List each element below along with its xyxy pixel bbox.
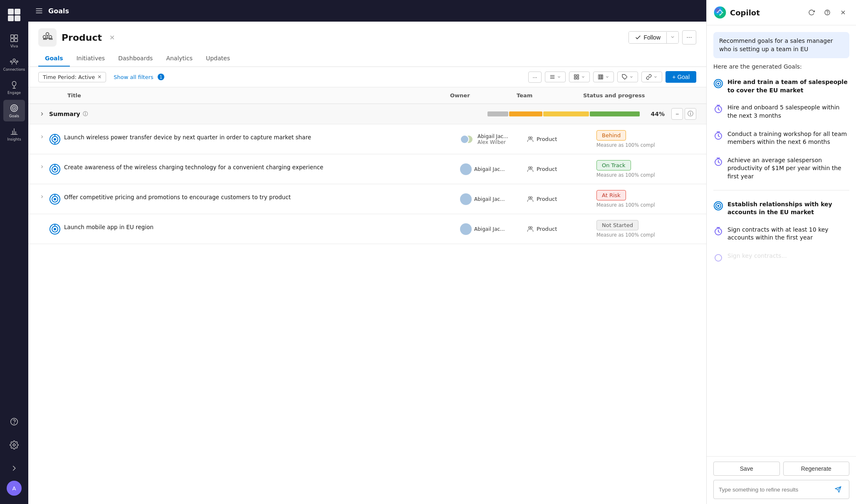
goal-target-icon bbox=[49, 163, 61, 175]
svg-rect-31 bbox=[600, 75, 601, 79]
svg-point-43 bbox=[54, 168, 56, 170]
show-filters-button[interactable]: Show all filters 1 bbox=[109, 72, 168, 82]
sidebar-item-insights[interactable]: Insights bbox=[3, 123, 25, 145]
owner-name: Abigail Jac... bbox=[474, 166, 505, 172]
svg-point-66 bbox=[717, 83, 720, 85]
goal-title[interactable]: Offer competitive pricing and promotions… bbox=[64, 193, 291, 201]
follow-button-dropdown[interactable] bbox=[666, 32, 678, 43]
tab-dashboards[interactable]: Dashboards bbox=[111, 51, 159, 67]
show-filters-label: Show all filters bbox=[114, 74, 153, 80]
link-view-icon bbox=[646, 74, 652, 80]
goal-title[interactable]: Launch mobile app in EU region bbox=[64, 223, 153, 231]
link-view-button[interactable] bbox=[641, 72, 662, 82]
status-badge: On Track bbox=[596, 160, 631, 170]
team-cell: Product bbox=[523, 192, 590, 206]
tab-initiatives[interactable]: Initiatives bbox=[70, 51, 111, 67]
copilot-refine-input[interactable] bbox=[719, 487, 829, 493]
tab-updates[interactable]: Updates bbox=[199, 51, 237, 67]
team-cell: Product bbox=[523, 222, 590, 236]
svg-point-8 bbox=[13, 59, 15, 61]
progress-bars bbox=[487, 111, 640, 116]
svg-rect-1 bbox=[15, 9, 20, 15]
svg-point-49 bbox=[54, 198, 56, 200]
add-goal-button[interactable]: + Goal bbox=[666, 71, 696, 83]
copilot-refresh-button[interactable] bbox=[805, 6, 818, 19]
row-expand-icon[interactable] bbox=[38, 193, 46, 199]
sidebar-item-expand[interactable] bbox=[3, 457, 25, 479]
summary-expand-icon[interactable] bbox=[38, 110, 46, 118]
svg-rect-5 bbox=[15, 35, 17, 37]
table-row: Launch wireless power transfer device by… bbox=[28, 124, 706, 154]
page-icon bbox=[38, 28, 57, 47]
copilot-panel: Copilot bbox=[706, 0, 856, 504]
copilot-footer-actions: Save Regenerate bbox=[713, 462, 849, 476]
sidebar-item-settings[interactable] bbox=[3, 434, 25, 456]
col-title: Title bbox=[38, 91, 447, 100]
page-title: Product bbox=[62, 32, 102, 43]
svg-point-51 bbox=[529, 197, 531, 199]
time-period-filter[interactable]: Time Period: Active ✕ bbox=[38, 72, 106, 82]
more-options-button[interactable]: ··· bbox=[682, 30, 696, 44]
sidebar-item-viva[interactable]: Viva bbox=[3, 30, 25, 52]
owner-avatar-multi bbox=[460, 133, 475, 145]
owner-name-2: Alex Wilber bbox=[477, 139, 508, 145]
measure-text: Measure as 100% compl bbox=[596, 202, 700, 208]
page-title-area: Product ✕ bbox=[38, 28, 115, 47]
toolbar-more-button[interactable]: ··· bbox=[528, 72, 542, 83]
list-view-icon bbox=[549, 74, 555, 80]
tab-goals[interactable]: Goals bbox=[38, 51, 70, 67]
follow-button-main[interactable]: Follow bbox=[629, 32, 666, 43]
sidebar-item-help[interactable] bbox=[3, 411, 25, 432]
svg-line-69 bbox=[718, 109, 720, 110]
team-name: Product bbox=[537, 166, 557, 172]
save-button[interactable]: Save bbox=[713, 462, 780, 476]
copilot-help-button[interactable] bbox=[821, 6, 834, 19]
svg-point-59 bbox=[714, 7, 726, 19]
goal-title[interactable]: Create awareness of the wireless chargin… bbox=[64, 163, 323, 171]
sidebar-item-engage[interactable]: Engage bbox=[3, 77, 25, 98]
sidebar-item-goals[interactable]: Goals bbox=[3, 100, 25, 121]
regenerate-button[interactable]: Regenerate bbox=[783, 462, 850, 476]
section-header-text: Hire and train a team of salespeople to … bbox=[727, 78, 849, 94]
summary-info-button[interactable]: ⓘ bbox=[685, 108, 696, 120]
header-actions: Follow ··· bbox=[628, 30, 696, 44]
unfollow-icon[interactable]: ✕ bbox=[109, 34, 115, 42]
svg-point-61 bbox=[827, 14, 828, 14]
svg-rect-2 bbox=[8, 15, 14, 21]
refresh-icon bbox=[808, 9, 815, 16]
follow-button-group[interactable]: Follow bbox=[628, 31, 679, 44]
svg-rect-0 bbox=[8, 9, 14, 15]
filter-remove-icon[interactable]: ✕ bbox=[97, 74, 101, 80]
sidebar-item-connections[interactable]: Connections bbox=[3, 53, 25, 75]
svg-point-78 bbox=[717, 205, 720, 207]
owner-cell: Abigail Jac... Alex Wilber bbox=[457, 130, 523, 148]
copilot-response-header: Here are the generated Goals: bbox=[713, 63, 849, 70]
goal-title[interactable]: Launch wireless power transfer device by… bbox=[64, 133, 311, 141]
owner-avatar bbox=[460, 163, 472, 175]
table-row: Offer competitive pricing and promotions… bbox=[28, 184, 706, 214]
grid-view-button[interactable] bbox=[569, 72, 590, 82]
col-status: Status and progress bbox=[580, 91, 696, 100]
summary-minus-button[interactable]: − bbox=[671, 108, 683, 120]
user-avatar[interactable]: A bbox=[7, 481, 22, 496]
chevron-down-icon bbox=[605, 75, 609, 79]
list-view-button[interactable] bbox=[545, 72, 566, 82]
col-team: Team bbox=[513, 91, 580, 100]
status-cell: At Risk Measure as 100% compl bbox=[590, 187, 706, 211]
status-cell: Behind Measure as 100% compl bbox=[590, 127, 706, 151]
goal-title-cell: Create awareness of the wireless chargin… bbox=[28, 158, 457, 181]
board-view-button[interactable] bbox=[593, 72, 614, 82]
goal-title-cell: Launch wireless power transfer device by… bbox=[28, 128, 457, 151]
svg-rect-6 bbox=[11, 38, 14, 41]
owner-cell: Abigail Jac... bbox=[457, 220, 523, 238]
goal-item-text: Conduct a training workshop for all team… bbox=[727, 130, 849, 146]
tag-view-button[interactable] bbox=[617, 72, 638, 82]
svg-point-9 bbox=[10, 61, 12, 62]
row-expand-icon[interactable] bbox=[38, 133, 46, 139]
tab-analytics[interactable]: Analytics bbox=[159, 51, 199, 67]
copilot-close-button[interactable] bbox=[837, 6, 849, 19]
svg-point-45 bbox=[529, 167, 531, 169]
copilot-send-button[interactable] bbox=[832, 484, 844, 495]
sidebar-item-label: Connections bbox=[3, 67, 25, 72]
row-expand-icon[interactable] bbox=[38, 163, 46, 169]
